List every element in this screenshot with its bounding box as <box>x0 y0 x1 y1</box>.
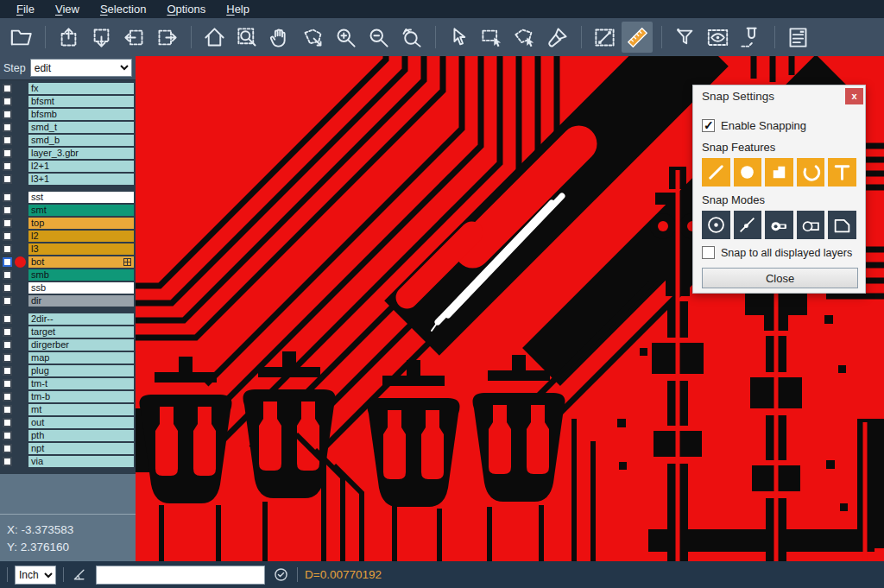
layer-name-smd_t[interactable]: smd_t <box>28 122 134 133</box>
layer-visibility-checkbox[interactable] <box>3 418 12 427</box>
layer-visibility-checkbox[interactable] <box>3 149 12 158</box>
pan-right-button[interactable] <box>151 22 182 53</box>
step-select[interactable]: edit <box>30 59 132 77</box>
layer-visibility-checkbox[interactable] <box>3 296 12 306</box>
zoom-previous-button[interactable] <box>395 22 426 53</box>
snap-feature-arc-icon[interactable] <box>797 158 825 187</box>
pcb-viewport[interactable]: Snap Settings x Enable Snapping Snap Fea… <box>136 56 884 561</box>
highlight-eye-button[interactable] <box>702 22 733 53</box>
snap-mode-midpoint-icon[interactable] <box>734 211 762 239</box>
layer-name-ssb[interactable]: ssb <box>28 282 134 294</box>
open-folder-button[interactable] <box>5 22 36 53</box>
layer-name-fx[interactable]: fx <box>28 83 134 94</box>
ruler-button[interactable] <box>622 22 653 53</box>
layer-visibility-checkbox[interactable] <box>3 444 12 453</box>
layer-name-smt[interactable]: smt <box>28 205 134 216</box>
layer-name-smd_b[interactable]: smd_b <box>28 135 134 146</box>
command-input[interactable] <box>96 566 265 585</box>
layer-visibility-checkbox[interactable] <box>3 314 12 324</box>
menu-help[interactable]: Help <box>217 1 259 17</box>
layer-name-npt[interactable]: npt <box>28 443 134 454</box>
layer-name-2dir--[interactable]: 2dir-- <box>28 313 134 325</box>
snap-feature-text-icon[interactable] <box>828 158 856 187</box>
layer-name-dirgerber[interactable]: dirgerber <box>28 339 134 351</box>
unit-select[interactable]: Inch <box>15 566 56 585</box>
polygon-zoom-button[interactable] <box>297 22 328 53</box>
snap-mode-center-icon[interactable] <box>702 211 730 239</box>
layer-name-bfsmt[interactable]: bfsmt <box>28 96 134 107</box>
layer-visibility-checkbox[interactable] <box>3 340 12 350</box>
layer-visibility-checkbox[interactable] <box>3 270 12 280</box>
layer-visibility-checkbox[interactable] <box>3 244 12 254</box>
pan-left-button[interactable] <box>118 22 149 53</box>
brush-button[interactable] <box>541 22 572 53</box>
layer-visibility-checkbox[interactable] <box>3 405 12 414</box>
layer-name-l3+1[interactable]: l3+1 <box>28 174 134 185</box>
layer-name-mt[interactable]: mt <box>28 404 134 415</box>
layer-visibility-checkbox[interactable] <box>3 353 12 363</box>
layer-name-via[interactable]: via <box>28 456 134 467</box>
layer-name-plug[interactable]: plug <box>28 365 134 376</box>
zoom-in-button[interactable] <box>330 22 361 53</box>
layer-name-map[interactable]: map <box>28 352 134 364</box>
layer-visibility-checkbox[interactable] <box>3 283 12 293</box>
layer-visibility-checkbox[interactable] <box>3 136 12 145</box>
dialog-titlebar[interactable]: Snap Settings x <box>693 85 865 107</box>
layer-name-smb[interactable]: smb <box>28 269 134 281</box>
layer-name-tm-b[interactable]: tm-b <box>28 391 134 402</box>
close-button[interactable]: Close <box>702 268 858 288</box>
layer-name-top[interactable]: top <box>28 218 134 229</box>
zoom-out-button[interactable] <box>363 22 394 53</box>
layer-name-sst[interactable]: sst <box>28 192 134 203</box>
layer-visibility-checkbox[interactable] <box>3 205 12 215</box>
snap-feature-surface-icon[interactable] <box>765 158 793 187</box>
layer-visibility-checkbox[interactable] <box>3 84 12 93</box>
layer-name-l2+1[interactable]: l2+1 <box>28 161 134 172</box>
pan-up-button[interactable] <box>53 22 84 53</box>
layer-visibility-checkbox[interactable] <box>3 366 12 376</box>
home-button[interactable] <box>199 22 230 53</box>
layer-name-pth[interactable]: pth <box>28 430 134 441</box>
layer-name-tm-t[interactable]: tm-t <box>28 378 134 389</box>
menu-view[interactable]: View <box>46 1 89 17</box>
pan-down-button[interactable] <box>85 22 117 53</box>
layer-visibility-checkbox[interactable] <box>3 161 12 171</box>
filter-button[interactable] <box>669 22 700 53</box>
close-icon[interactable]: x <box>845 88 863 104</box>
layer-visibility-checkbox[interactable] <box>3 174 12 184</box>
snap-magnet-button[interactable] <box>735 22 766 53</box>
layer-visibility-checkbox[interactable] <box>3 218 12 228</box>
enable-snapping-checkbox[interactable] <box>702 119 715 132</box>
layer-name-bfsmb[interactable]: bfsmb <box>28 109 134 120</box>
layer-visibility-checkbox[interactable] <box>3 257 12 267</box>
refresh-check-icon[interactable] <box>272 566 290 584</box>
layer-name-bot[interactable]: bot <box>28 256 134 268</box>
layer-visibility-checkbox[interactable] <box>3 231 12 241</box>
zoom-area-button[interactable] <box>231 22 262 53</box>
layer-visibility-checkbox[interactable] <box>3 193 12 202</box>
snap-feature-circle-icon[interactable] <box>734 158 762 187</box>
layer-visibility-checkbox[interactable] <box>3 431 12 440</box>
layer-name-l3[interactable]: l3 <box>28 243 134 255</box>
select-arrow-button[interactable] <box>443 22 474 53</box>
layer-visibility-checkbox[interactable] <box>3 97 12 106</box>
snap-mode-slot-outline-icon[interactable] <box>797 211 825 239</box>
angle-icon[interactable] <box>71 566 89 584</box>
menu-file[interactable]: File <box>7 1 44 17</box>
layer-visibility-checkbox[interactable] <box>3 379 12 389</box>
snap-mode-slot-filled-icon[interactable] <box>765 211 793 239</box>
snap-all-layers-checkbox[interactable] <box>702 246 715 259</box>
menu-selection[interactable]: Selection <box>91 1 155 17</box>
measure-line-button[interactable] <box>589 22 620 53</box>
layer-name-layer_3.gbr[interactable]: layer_3.gbr <box>28 148 134 159</box>
layer-visibility-checkbox[interactable] <box>3 327 12 337</box>
snap-mode-corner-icon[interactable] <box>828 211 856 239</box>
polygon-select-button[interactable] <box>508 22 540 53</box>
layer-name-out[interactable]: out <box>28 417 134 428</box>
layer-visibility-checkbox[interactable] <box>3 457 12 466</box>
rect-select-button[interactable] <box>476 22 507 53</box>
layer-name-dir[interactable]: dir <box>28 295 134 307</box>
layer-visibility-checkbox[interactable] <box>3 123 12 132</box>
hand-button[interactable] <box>264 22 295 53</box>
menu-options[interactable]: Options <box>157 1 215 17</box>
